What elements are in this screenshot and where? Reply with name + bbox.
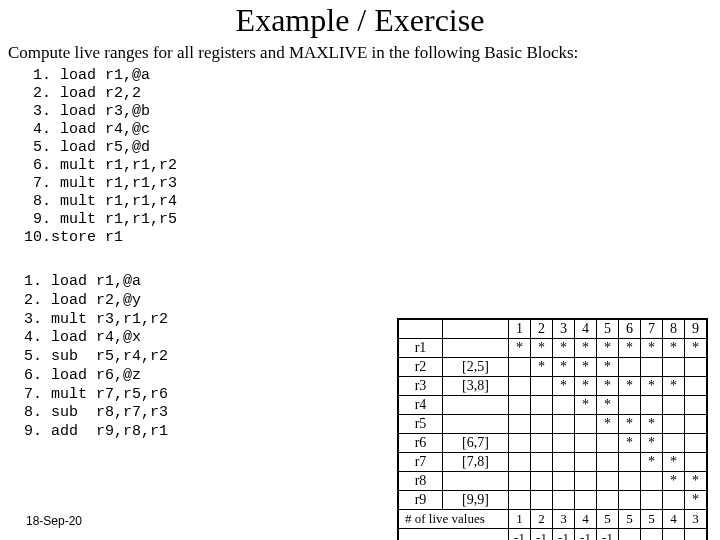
table-row: r3[3,8]******	[399, 377, 707, 396]
mark-cell: *	[597, 415, 619, 434]
live-value-cell: 3	[553, 510, 575, 529]
mark-cell: *	[685, 472, 707, 491]
table-row: r8**	[399, 472, 707, 491]
mark-cell	[553, 472, 575, 491]
range-cell	[443, 339, 509, 358]
mark-cell: *	[509, 339, 531, 358]
table-row: r5***	[399, 415, 707, 434]
bottom-value-cell	[663, 529, 685, 541]
mark-cell	[597, 472, 619, 491]
mark-cell	[509, 453, 531, 472]
bottom-value-cell: -1	[531, 529, 553, 541]
column-header: 3	[553, 320, 575, 339]
mark-cell	[663, 434, 685, 453]
range-cell	[443, 472, 509, 491]
range-cell: [7,8]	[443, 453, 509, 472]
register-cell: r3	[399, 377, 443, 396]
mark-cell: *	[597, 377, 619, 396]
bottom-value-cell	[641, 529, 663, 541]
mark-cell	[509, 472, 531, 491]
live-value-cell: 4	[663, 510, 685, 529]
register-cell: r9	[399, 491, 443, 510]
column-header: 4	[575, 320, 597, 339]
live-value-cell: 1	[509, 510, 531, 529]
mark-cell	[531, 396, 553, 415]
live-value-cell: 2	[531, 510, 553, 529]
mark-cell: *	[553, 339, 575, 358]
code-block-1: 1. load r1,@a 2. load r2,2 3. load r3,@b…	[0, 67, 720, 247]
register-cell: r7	[399, 453, 443, 472]
column-header: 8	[663, 320, 685, 339]
range-cell	[443, 396, 509, 415]
mark-cell	[619, 358, 641, 377]
mark-cell: *	[531, 339, 553, 358]
mark-cell	[509, 415, 531, 434]
mark-cell: *	[641, 434, 663, 453]
mark-cell: *	[575, 358, 597, 377]
mark-cell: *	[641, 377, 663, 396]
mark-cell: *	[663, 339, 685, 358]
mark-cell: *	[641, 339, 663, 358]
mark-cell: *	[619, 415, 641, 434]
table-row: r2[2,5]****	[399, 358, 707, 377]
mark-cell	[509, 491, 531, 510]
subtitle-text: Compute live ranges for all registers an…	[0, 39, 720, 67]
bottom-label-cell	[399, 529, 509, 541]
mark-cell	[509, 377, 531, 396]
mark-cell: *	[575, 377, 597, 396]
column-header: 2	[531, 320, 553, 339]
mark-cell: *	[531, 358, 553, 377]
mark-cell	[531, 453, 553, 472]
mark-cell	[553, 491, 575, 510]
mark-cell	[685, 434, 707, 453]
mark-cell	[619, 453, 641, 472]
live-value-cell: 5	[641, 510, 663, 529]
bottom-value-cell: -1	[553, 529, 575, 541]
mark-cell	[575, 415, 597, 434]
mark-cell: *	[641, 453, 663, 472]
mark-cell	[685, 415, 707, 434]
table-row: r1*********	[399, 339, 707, 358]
mark-cell	[663, 491, 685, 510]
mark-cell	[641, 396, 663, 415]
mark-cell: *	[597, 396, 619, 415]
table-header-row: 123456789	[399, 320, 707, 339]
mark-cell: *	[575, 396, 597, 415]
range-cell: [3,8]	[443, 377, 509, 396]
live-values-label: # of live values	[399, 510, 509, 529]
mark-cell	[509, 396, 531, 415]
range-cell: [9,9]	[443, 491, 509, 510]
column-header: 1	[509, 320, 531, 339]
live-value-cell: 5	[597, 510, 619, 529]
mark-cell	[663, 358, 685, 377]
mark-cell	[685, 358, 707, 377]
column-header: 7	[641, 320, 663, 339]
mark-cell	[685, 377, 707, 396]
mark-cell: *	[663, 453, 685, 472]
table-row: r6[6,7]**	[399, 434, 707, 453]
live-value-cell: 3	[685, 510, 707, 529]
mark-cell	[575, 434, 597, 453]
register-cell: r4	[399, 396, 443, 415]
mark-cell	[575, 453, 597, 472]
mark-cell	[575, 491, 597, 510]
mark-cell	[685, 453, 707, 472]
mark-cell	[531, 434, 553, 453]
mark-cell	[597, 434, 619, 453]
mark-cell	[641, 472, 663, 491]
mark-cell	[663, 415, 685, 434]
footer-date: 18-Sep-20	[26, 514, 82, 528]
live-value-cell: 4	[575, 510, 597, 529]
register-cell: r6	[399, 434, 443, 453]
register-cell: r5	[399, 415, 443, 434]
header-cell	[443, 320, 509, 339]
mark-cell: *	[553, 377, 575, 396]
mark-cell: *	[575, 339, 597, 358]
mark-cell	[619, 472, 641, 491]
bottom-value-cell: -1	[575, 529, 597, 541]
mark-cell	[619, 396, 641, 415]
mark-cell: *	[597, 358, 619, 377]
register-cell: r8	[399, 472, 443, 491]
header-cell	[399, 320, 443, 339]
page-title: Example / Exercise	[0, 0, 720, 39]
